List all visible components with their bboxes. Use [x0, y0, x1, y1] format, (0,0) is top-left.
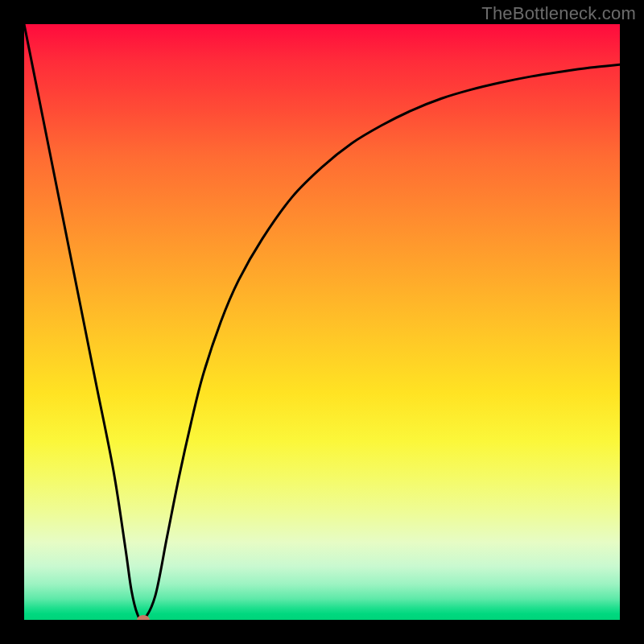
plot-area — [24, 24, 620, 620]
chart-frame: TheBottleneck.com — [0, 0, 644, 644]
bottleneck-curve — [24, 24, 620, 620]
watermark-text: TheBottleneck.com — [481, 3, 636, 24]
optimum-marker — [137, 615, 150, 620]
